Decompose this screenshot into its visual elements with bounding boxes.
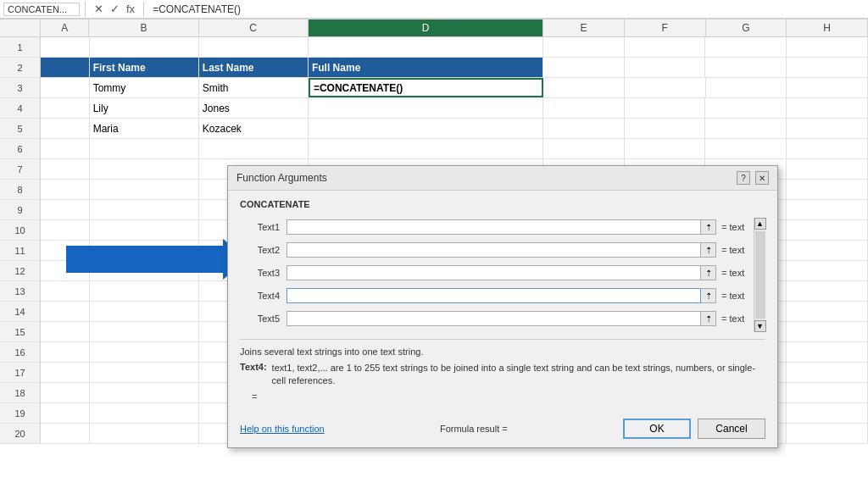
cell-f6[interactable] xyxy=(625,139,706,158)
cell-e2[interactable] xyxy=(543,58,625,77)
cell-a4[interactable] xyxy=(41,98,90,118)
col-header-h[interactable]: H xyxy=(787,19,868,36)
cell-d1[interactable] xyxy=(309,37,543,57)
cell-h11[interactable] xyxy=(787,241,868,260)
help-link[interactable]: Help on this function xyxy=(240,424,325,434)
cell-h17[interactable] xyxy=(787,363,868,382)
cell-d5[interactable] xyxy=(309,119,543,138)
scroll-down-btn[interactable]: ▼ xyxy=(754,320,766,332)
cell-f4[interactable] xyxy=(625,98,706,118)
cell-b14[interactable] xyxy=(90,302,199,321)
cell-b20[interactable] xyxy=(90,424,199,443)
cell-a3[interactable] xyxy=(41,78,90,97)
arg-input-text5[interactable] xyxy=(287,311,701,326)
arg-input-text1[interactable] xyxy=(287,219,701,235)
cell-h9[interactable] xyxy=(787,200,868,219)
cell-b13[interactable] xyxy=(90,281,199,301)
cell-h7[interactable] xyxy=(787,159,868,179)
cell-c5[interactable]: Kozacek xyxy=(199,119,309,138)
cell-h6[interactable] xyxy=(787,139,868,158)
arg-expand-btn-0[interactable]: ⇡ xyxy=(701,219,716,235)
cell-a15[interactable] xyxy=(41,322,90,341)
cell-h1[interactable] xyxy=(787,37,868,57)
cell-h5[interactable] xyxy=(787,119,868,138)
cell-h8[interactable] xyxy=(787,180,868,199)
dialog-help-btn[interactable]: ? xyxy=(737,171,750,185)
arg-expand-btn-4[interactable]: ⇡ xyxy=(701,311,716,326)
arg-expand-btn-2[interactable]: ⇡ xyxy=(701,265,716,280)
cancel-button[interactable]: Cancel xyxy=(698,419,765,439)
cell-e3[interactable] xyxy=(543,78,625,97)
cell-b16[interactable] xyxy=(90,342,199,362)
cell-d6[interactable] xyxy=(309,139,543,158)
col-header-c[interactable]: C xyxy=(199,19,309,36)
cell-g4[interactable] xyxy=(705,98,787,118)
cell-c1[interactable] xyxy=(199,37,309,57)
cell-a16[interactable] xyxy=(41,342,90,362)
cell-h13[interactable] xyxy=(787,281,868,301)
cell-b2[interactable]: First Name xyxy=(90,58,199,77)
cell-b3[interactable]: Tommy xyxy=(90,78,199,97)
cell-h16[interactable] xyxy=(787,342,868,362)
cell-d3[interactable]: =CONCATENATE() xyxy=(309,78,543,97)
fx-btn[interactable]: fx xyxy=(123,3,138,15)
cell-a14[interactable] xyxy=(41,302,90,321)
check-formula-btn[interactable]: ✓ xyxy=(107,3,123,15)
arg-expand-btn-1[interactable]: ⇡ xyxy=(701,242,716,258)
col-header-g[interactable]: G xyxy=(706,19,787,36)
cell-f3[interactable] xyxy=(625,78,706,97)
cell-a19[interactable] xyxy=(41,403,90,423)
cell-h2[interactable] xyxy=(787,58,868,77)
cell-a20[interactable] xyxy=(41,424,90,443)
cell-f1[interactable] xyxy=(625,37,706,57)
cell-e4[interactable] xyxy=(543,98,625,118)
cell-h18[interactable] xyxy=(787,383,868,402)
cell-h20[interactable] xyxy=(787,424,868,443)
arg-expand-btn-3[interactable]: ⇡ xyxy=(701,288,716,303)
cell-h19[interactable] xyxy=(787,403,868,423)
name-box[interactable]: CONCATEN... xyxy=(3,3,80,16)
cell-b19[interactable] xyxy=(90,403,199,423)
cell-g5[interactable] xyxy=(705,119,787,138)
cell-a18[interactable] xyxy=(41,383,90,402)
cell-b6[interactable] xyxy=(90,139,199,158)
cell-b17[interactable] xyxy=(90,363,199,382)
cell-g6[interactable] xyxy=(705,139,787,158)
cell-b8[interactable] xyxy=(90,180,199,199)
col-header-e[interactable]: E xyxy=(543,19,625,36)
scroll-up-btn[interactable]: ▲ xyxy=(754,218,766,230)
cell-c4[interactable]: Jones xyxy=(199,98,309,118)
cell-e1[interactable] xyxy=(543,37,625,57)
col-header-b[interactable]: B xyxy=(89,19,198,36)
cell-h15[interactable] xyxy=(787,322,868,341)
cell-e5[interactable] xyxy=(543,119,625,138)
cell-f5[interactable] xyxy=(625,119,706,138)
cell-a6[interactable] xyxy=(41,139,90,158)
arg-input-text2[interactable] xyxy=(287,242,701,258)
cell-b5[interactable]: Maria xyxy=(90,119,199,138)
ok-button[interactable]: OK xyxy=(623,419,691,439)
cell-b7[interactable] xyxy=(90,159,199,179)
cell-b10[interactable] xyxy=(90,220,199,240)
cell-a13[interactable] xyxy=(41,281,90,301)
cancel-formula-btn[interactable]: ✕ xyxy=(91,3,107,15)
cell-a1[interactable] xyxy=(41,37,90,57)
dialog-close-btn[interactable]: ✕ xyxy=(755,171,769,185)
cell-a8[interactable] xyxy=(41,180,90,199)
cell-g2[interactable] xyxy=(705,58,787,77)
cell-a17[interactable] xyxy=(41,363,90,382)
cell-a10[interactable] xyxy=(41,220,90,240)
cell-g1[interactable] xyxy=(705,37,787,57)
cell-c2[interactable]: Last Name xyxy=(199,58,309,77)
cell-f2[interactable] xyxy=(625,58,706,77)
cell-c3[interactable]: Smith xyxy=(199,78,309,97)
cell-h4[interactable] xyxy=(787,98,868,118)
cell-b18[interactable] xyxy=(90,383,199,402)
cell-d4[interactable] xyxy=(309,98,543,118)
cell-a5[interactable] xyxy=(41,119,90,138)
arg-input-text4[interactable] xyxy=(287,288,701,303)
cell-g3[interactable] xyxy=(706,78,787,97)
col-header-f[interactable]: F xyxy=(625,19,706,36)
cell-b4[interactable]: Lily xyxy=(90,98,199,118)
args-scrollbar[interactable]: ▲ ▼ xyxy=(754,218,765,332)
